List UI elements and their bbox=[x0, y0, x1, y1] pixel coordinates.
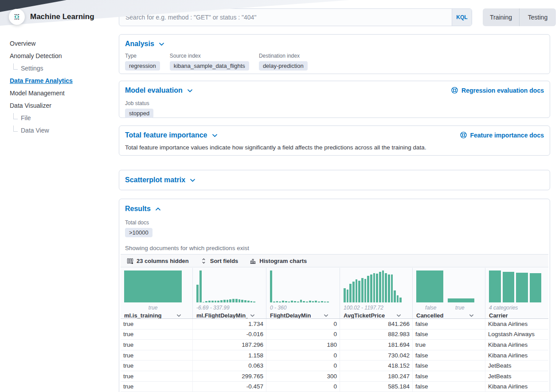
grid-cell: 0 bbox=[266, 350, 340, 361]
results-accordion-toggle[interactable]: Results bbox=[125, 205, 161, 213]
histogram-bar bbox=[448, 298, 475, 302]
histogram-bar bbox=[382, 270, 384, 302]
histogram-bar bbox=[270, 270, 272, 302]
column-header-flightdelaymin[interactable]: 0 - 360FlightDelayMin bbox=[266, 268, 340, 318]
histogram-bar bbox=[367, 276, 369, 302]
header-histogram bbox=[489, 270, 541, 302]
total-docs-badge: >10000 bbox=[125, 228, 152, 237]
histogram-bar bbox=[238, 299, 241, 302]
model-evaluation-accordion-toggle[interactable]: Model evaluation bbox=[125, 86, 193, 94]
column-header-avgticketprice[interactable]: 100.02 - 1197.72AvgTicketPrice bbox=[340, 268, 413, 318]
grid-toolbar: 23 columns hidden Sort fields bbox=[121, 254, 548, 267]
header-histogram bbox=[124, 270, 182, 302]
histogram-bar bbox=[223, 300, 226, 302]
sidebar-item-file[interactable]: File bbox=[0, 112, 108, 124]
field-value-badge: kibana_sample_data_flights bbox=[170, 61, 249, 71]
grid-cell: 181.694 bbox=[340, 340, 413, 350]
sidebar-item-data-view[interactable]: Data View bbox=[0, 124, 108, 137]
columns-hidden-button[interactable]: 23 columns hidden bbox=[124, 258, 192, 264]
histogram-bar bbox=[385, 273, 387, 302]
column-name-row: Carrier bbox=[489, 311, 541, 318]
grid-cell: 0 bbox=[266, 382, 340, 392]
header-histogram bbox=[344, 270, 402, 302]
grid-header: trueml.is_training-6.69 - 337.99ml.Fligh… bbox=[121, 268, 548, 319]
column-name: FlightDelayMin bbox=[270, 312, 311, 319]
feature-importance-title: Total feature importance bbox=[125, 131, 207, 139]
histogram-bar bbox=[373, 273, 375, 302]
training-button[interactable]: Training bbox=[483, 8, 519, 26]
column-actions-chevron-icon[interactable] bbox=[469, 313, 474, 318]
column-actions-chevron-icon[interactable] bbox=[396, 313, 402, 318]
column-header-carrier[interactable]: 4 categoriesCarrier bbox=[485, 268, 548, 318]
histogram-bar bbox=[376, 274, 378, 302]
column-actions-chevron-icon[interactable] bbox=[323, 313, 329, 318]
sidebar-item-data-visualizer[interactable]: Data Visualizer bbox=[0, 99, 108, 112]
column-header-ml-flightdelaymin-prediction[interactable]: -6.69 - 337.99ml.FlightDelayMin_predicti… bbox=[193, 268, 266, 318]
sort-fields-button[interactable]: Sort fields bbox=[198, 258, 241, 264]
header-histogram bbox=[196, 270, 255, 302]
grid-cell: 730.042 bbox=[340, 350, 413, 361]
analysis-accordion-toggle[interactable]: Analysis bbox=[125, 40, 165, 48]
column-actions-chevron-icon[interactable] bbox=[250, 313, 255, 318]
analysis-field-destination-index: Destination indexdelay-prediction bbox=[259, 53, 308, 71]
view-toggle-group: TrainingTesting bbox=[483, 8, 556, 26]
histogram-bar bbox=[288, 302, 290, 302]
histogram-bar bbox=[291, 301, 293, 302]
grid-cell: true bbox=[121, 319, 193, 329]
table-row: true187.296180181.694trueKibana Airlines bbox=[121, 340, 548, 350]
column-name: ml.is_training bbox=[124, 312, 162, 319]
histogram-bar bbox=[282, 301, 284, 302]
histogram-bar bbox=[211, 301, 214, 302]
sidebar: Machine Learning OverviewAnomaly Detecti… bbox=[0, 0, 108, 392]
sidebar-item-anomaly-detection[interactable]: Anomaly Detection bbox=[0, 50, 108, 62]
column-header-cancelled[interactable]: falsetrueCancelled bbox=[413, 268, 485, 318]
sidebar-item-overview[interactable]: Overview bbox=[0, 37, 108, 50]
grid-cell: JetBeats bbox=[485, 371, 548, 381]
sidebar-item-model-management[interactable]: Model Management bbox=[0, 87, 108, 99]
job-status-label: Job status bbox=[125, 100, 544, 106]
column-name-row: FlightDelayMin bbox=[270, 311, 329, 318]
histogram-bar bbox=[391, 274, 393, 302]
histogram-bar bbox=[253, 302, 255, 302]
model-evaluation-title: Model evaluation bbox=[125, 86, 183, 94]
sidebar-item-data-frame-analytics[interactable]: Data Frame Analytics bbox=[0, 74, 108, 87]
histogram-bar bbox=[358, 281, 360, 302]
regression-evaluation-docs-link[interactable]: Regression evaluation docs bbox=[451, 86, 544, 94]
table-row: true0.0630418.152falseJetBeats bbox=[121, 361, 548, 371]
job-status-badge: stopped bbox=[125, 109, 153, 118]
histogram-bar bbox=[203, 302, 205, 302]
kql-button[interactable]: KQL bbox=[452, 9, 472, 26]
sidebar-item-settings[interactable]: Settings bbox=[0, 62, 108, 74]
feature-importance-accordion-toggle[interactable]: Total feature importance bbox=[125, 131, 218, 139]
model-evaluation-panel: Model evaluation Regression evaluation d… bbox=[119, 81, 550, 118]
histogram-bar bbox=[327, 302, 329, 302]
feature-importance-docs-link[interactable]: Feature importance docs bbox=[460, 131, 544, 139]
doc-link-label: Feature importance docs bbox=[470, 132, 544, 139]
histogram-bar bbox=[309, 301, 311, 302]
histogram-bar bbox=[300, 300, 302, 302]
header-histogram bbox=[416, 270, 474, 302]
column-actions-chevron-icon[interactable] bbox=[176, 313, 182, 318]
column-header-ml-is-training[interactable]: trueml.is_training bbox=[121, 268, 193, 318]
histogram-bar bbox=[273, 302, 275, 302]
testing-button[interactable]: Testing bbox=[519, 8, 556, 26]
histogram-bar bbox=[303, 301, 305, 302]
scatterplot-matrix-panel: Scatterplot matrix bbox=[119, 170, 550, 190]
header-range-label: 0 - 360 bbox=[270, 305, 329, 311]
grid-cell: Kibana Airlines bbox=[485, 382, 548, 392]
field-value-badge: regression bbox=[125, 61, 160, 71]
grid-cell: 418.152 bbox=[340, 361, 413, 371]
sidebar-item-label: Data Visualizer bbox=[10, 102, 51, 109]
sidebar-item-label: Settings bbox=[21, 65, 43, 72]
table-row: true1.7340841.266falseKibana Airlines bbox=[121, 319, 548, 329]
histogram-bar bbox=[321, 301, 323, 302]
grid-cell: 0.063 bbox=[193, 361, 266, 371]
histogram-bar bbox=[229, 299, 231, 302]
histogram-bar bbox=[196, 285, 199, 302]
help-ring-icon bbox=[460, 131, 467, 139]
histogram-bar bbox=[324, 302, 326, 302]
histogram-bar bbox=[227, 300, 229, 302]
histogram-bar bbox=[232, 299, 235, 302]
histogram-charts-button[interactable]: Histogram charts bbox=[247, 258, 309, 264]
scatterplot-accordion-toggle[interactable]: Scatterplot matrix bbox=[125, 176, 196, 184]
